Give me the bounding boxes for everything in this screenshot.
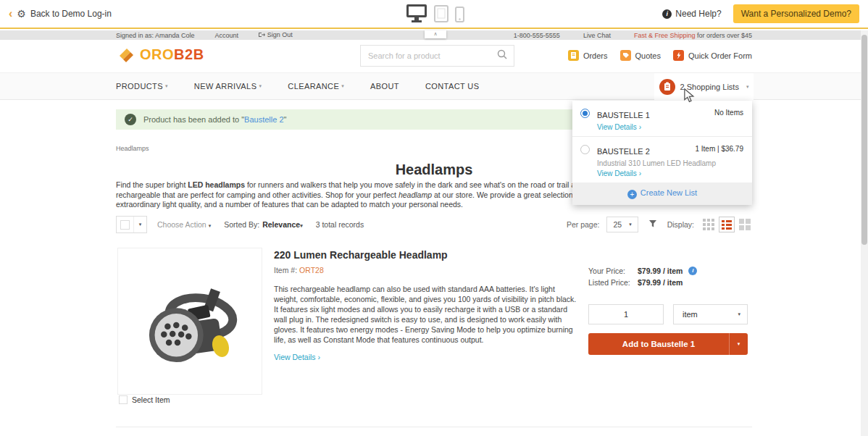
list1-summary: No Items [714,109,743,117]
back-to-demo-link[interactable]: Back to Demo Log-in [30,9,112,19]
choose-action-dropdown[interactable]: Choose Action ▾ [157,220,211,229]
account-link[interactable]: Account [215,32,239,39]
collapse-demo-bar-tab[interactable]: ∧ [425,30,446,38]
quantity-input[interactable] [588,304,664,324]
display-label: Display: [667,220,694,229]
product-sku: Item #:ORT28 [274,266,577,274]
chevron-down-icon: ▾ [746,84,749,90]
nav-about[interactable]: ABOUT [370,73,399,99]
nav-new-arrivals[interactable]: NEW ARRIVALS▾ [194,73,262,99]
shipping-promo: Fast & Free Shipping for orders over $45 [634,32,752,39]
mass-select-caret[interactable]: ▾ [133,217,146,232]
grid-toolbar: ▾ Choose Action ▾ Sorted By: Relevance▾ … [116,214,752,235]
list2-summary: 1 Item | $36.79 [695,145,743,153]
baustelle-2-link[interactable]: Baustelle 2 [244,115,283,124]
signed-in-as: Signed in as: Amanda Cole [116,32,195,39]
need-help-link[interactable]: i Need Help? [662,9,721,19]
shopping-lists-dropdown: BAUSTELLE 1 No Items View Details › BAUS… [572,101,752,205]
search-input[interactable] [361,51,497,60]
gears-icon: ⚙ [17,8,26,20]
your-price-row: Your Price: $79.99 / item i [588,267,748,275]
orders-icon [568,50,579,61]
quick-order-form-link[interactable]: Quick Order Form [673,50,752,61]
product-search [360,45,514,67]
per-page-label: Per page: [567,220,600,229]
create-new-list-button[interactable]: +Create New List [572,183,752,205]
product-view-details-link[interactable]: View Details › [274,353,577,361]
grid-view-icon[interactable] [701,217,716,232]
product-description: This rechargeable headlamp can also be u… [274,284,577,345]
screen: ‹ ⚙ Back to Demo Log-in i Need Help? Wan… [0,0,868,436]
scrollbar-track[interactable] [861,30,868,436]
quotes-link[interactable]: Quotes [620,50,661,61]
listed-price-row: Listed Price: $79.99 / item [588,278,748,287]
plus-icon: + [627,190,637,199]
mobile-device-icon[interactable] [455,7,464,25]
per-page-select[interactable]: 25▾ [606,217,638,232]
orders-link[interactable]: Orders [568,50,608,61]
scrollbar-thumb[interactable] [861,35,867,245]
product-image[interactable] [117,248,262,395]
list1-radio[interactable] [580,109,590,118]
shopping-list-item: BAUSTELLE 2 1 Item | $36.79 Industrial 3… [572,136,752,183]
shopping-list-icon [659,79,675,95]
chevron-down-icon: ▾ [341,83,344,88]
add-to-list-button[interactable]: Add to Baustelle 1 ▾ [588,333,748,355]
nav-clearance[interactable]: CLEARANCE▾ [288,73,344,99]
tablet-device-icon[interactable] [434,5,448,25]
sorted-by-label: Sorted By: [224,220,259,229]
sign-out-link[interactable]: Sign Out [259,31,293,39]
divider [116,427,752,427]
headlamp-image [128,260,251,383]
sign-out-icon [259,32,265,39]
logo-diamond-icon [117,46,135,64]
select-item-row: Select Item [119,395,170,404]
add-to-list-caret[interactable]: ▾ [729,333,748,355]
shopping-lists-button[interactable]: 2 Shopping Lists ▾ [654,73,754,101]
mass-select: ▾ [116,216,147,233]
nav-contact-us[interactable]: CONTACT US [425,73,480,99]
quick-order-icon [673,50,684,61]
demo-toolbar: ‹ ⚙ Back to Demo Log-in i Need Help? Wan… [0,0,868,29]
site-header: OROB2B Orders Quo [0,40,868,72]
select-item-label: Select Item [132,395,170,404]
shopping-list-item: BAUSTELLE 1 No Items View Details › [572,101,752,136]
select-item-checkbox[interactable] [119,395,128,404]
desktop-device-icon[interactable] [406,4,427,25]
chevron-down-icon: ▾ [165,83,168,88]
filter-icon[interactable] [646,219,660,230]
info-icon: i [662,9,672,19]
list2-radio[interactable] [580,145,590,154]
list1-view-details-link[interactable]: View Details › [597,123,743,131]
check-icon: ✓ [125,114,136,125]
phone-number: 1-800-555-5555 [514,32,560,39]
nav-products[interactable]: PRODUCTS▾ [116,73,168,99]
back-arrow-icon: ‹ [9,7,12,20]
records-count: 3 total records [316,220,364,229]
list2-view-details-link[interactable]: View Details › [597,169,743,177]
quotes-icon [620,50,631,61]
orob2b-logo[interactable]: OROB2B [117,46,204,64]
price-info-icon[interactable]: i [688,267,697,275]
chevron-down-icon: ▾ [259,83,262,88]
chevron-down-icon: ▾ [738,311,747,317]
product-name[interactable]: 220 Lumen Rechargeable Headlamp [274,249,577,261]
compact-view-icon[interactable] [738,217,752,232]
search-icon[interactable] [497,49,507,62]
personalized-demo-button[interactable]: Want a Personalized Demo? [733,4,859,23]
breadcrumb: Headlamps [116,145,149,152]
list-view-icon-selected[interactable] [719,217,735,232]
list2-name: BAUSTELLE 2 [597,147,650,156]
live-chat-link[interactable]: Live Chat [583,32,611,39]
sort-select[interactable]: Relevance▾ [262,220,302,229]
list1-name: BAUSTELLE 1 [597,111,650,120]
list2-product: Industrial 310 Lumen LED Headlamp [597,159,743,167]
mass-select-checkbox[interactable] [120,220,130,230]
unit-select[interactable]: item ▾ [673,304,748,324]
